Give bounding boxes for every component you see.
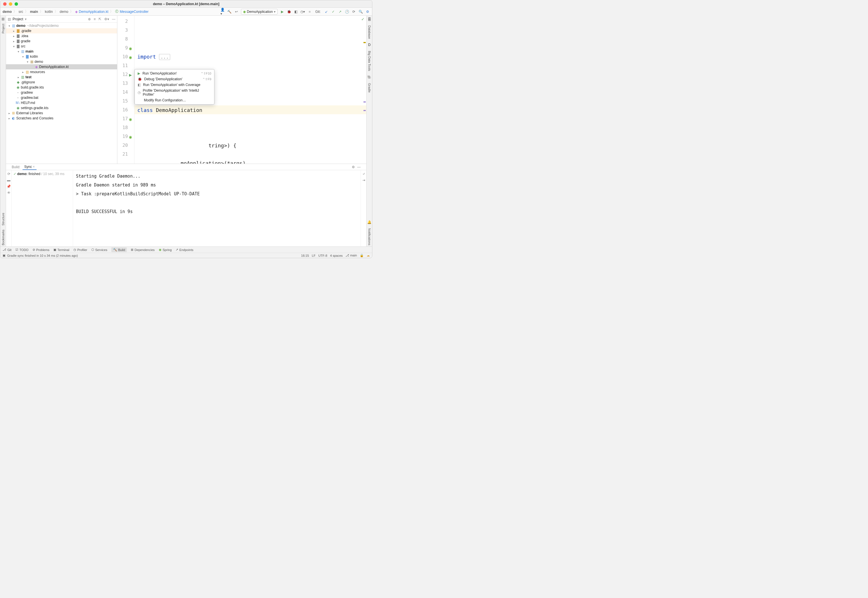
status-indent[interactable]: 4 spaces bbox=[330, 254, 343, 257]
spring-bean-icon[interactable]: ◉ bbox=[129, 46, 134, 50]
gutter-line[interactable]: 14 bbox=[117, 88, 134, 97]
spring-bean-icon[interactable]: ◉ bbox=[129, 117, 134, 121]
btab-dependencies[interactable]: ⊞Dependencies bbox=[131, 248, 154, 251]
status-branch[interactable]: ⎇ main bbox=[345, 254, 357, 257]
crumb-demo-pkg[interactable]: demo bbox=[60, 10, 68, 14]
scroll-end-icon[interactable]: ⇥ bbox=[362, 178, 365, 182]
gutter-line[interactable]: 10◉ bbox=[117, 52, 134, 61]
status-time[interactable]: 16:15 bbox=[301, 254, 309, 257]
settings-icon[interactable]: ⚙ bbox=[352, 165, 355, 169]
hide-icon[interactable]: — bbox=[357, 165, 361, 169]
soft-wrap-icon[interactable]: ⤶ bbox=[362, 172, 365, 176]
tree-gradle-dir[interactable]: ▸▇.gradle bbox=[6, 28, 117, 33]
menu-debug[interactable]: 🐞Debug 'DemoApplication'⌃⇧F9 bbox=[135, 76, 214, 82]
git-commit-icon[interactable]: ✓ bbox=[331, 9, 336, 14]
crumb-src[interactable]: src bbox=[19, 10, 23, 14]
right-rail-gradle[interactable]: Gradle bbox=[368, 82, 371, 94]
ide-settings-icon[interactable]: ⚙ bbox=[365, 9, 370, 14]
gutter-line[interactable]: 8 bbox=[117, 34, 134, 43]
crumb-main[interactable]: main bbox=[30, 10, 38, 14]
back-icon[interactable]: ↩ bbox=[234, 9, 239, 14]
gutter-line[interactable]: 13 bbox=[117, 79, 134, 88]
sync-status-icon[interactable]: ☁ bbox=[367, 254, 370, 257]
tree-gradle2[interactable]: ▸▇gradle bbox=[6, 39, 117, 44]
tree-gradlew[interactable]: ▫gradlew bbox=[6, 90, 117, 95]
menu-profile[interactable]: ◷Profile 'DemoApplication' with 'Intelli… bbox=[135, 88, 214, 97]
menu-run[interactable]: ▶Run 'DemoApplication'⌃⇧F10 bbox=[135, 70, 214, 76]
rerun-icon[interactable]: ⟳ bbox=[7, 172, 10, 176]
status-encoding[interactable]: UTF-8 bbox=[318, 254, 327, 257]
stop-icon[interactable]: ▬ bbox=[7, 178, 10, 182]
add-config-icon[interactable]: 👤▾ bbox=[220, 9, 225, 14]
stop-icon[interactable]: ■ bbox=[307, 9, 312, 14]
coverage-icon[interactable]: ◧ bbox=[294, 9, 298, 14]
status-tool-icon[interactable]: ▣ bbox=[3, 254, 5, 257]
dropdown-icon[interactable]: ▾ bbox=[25, 17, 27, 21]
build-tab-sync[interactable]: Sync× bbox=[22, 164, 37, 170]
profile-icon[interactable]: ◷▾ bbox=[300, 9, 305, 14]
gutter-line[interactable]: 18 bbox=[117, 123, 134, 132]
gutter-line[interactable]: 12▶ bbox=[117, 70, 134, 79]
build-output[interactable]: Starting Gradle Daemon... Gradle Daemon … bbox=[73, 170, 361, 247]
gutter-line[interactable]: 17◉ bbox=[117, 114, 134, 123]
pin-icon[interactable]: 📌 bbox=[7, 184, 11, 188]
tree-test[interactable]: ▸▥test bbox=[6, 75, 117, 80]
git-rollback-icon[interactable]: ⟳ bbox=[351, 9, 356, 14]
tree-settings-gradle[interactable]: ◉settings.gradle.kts bbox=[6, 105, 117, 111]
tree-resources[interactable]: ▸▥resources bbox=[6, 69, 117, 75]
debug-icon[interactable]: 🐞 bbox=[287, 9, 291, 14]
tree-src[interactable]: ▾▇src bbox=[6, 44, 117, 49]
tree-demo-pkg[interactable]: ▾▦demo bbox=[6, 59, 117, 64]
left-rail-structure[interactable]: Structure bbox=[1, 212, 5, 227]
locate-icon[interactable]: ⊕ bbox=[88, 17, 91, 21]
tree-main[interactable]: ▾▥main bbox=[6, 49, 117, 54]
left-rail-project[interactable]: Project bbox=[1, 22, 5, 34]
git-push-icon[interactable]: ↗ bbox=[338, 9, 342, 14]
menu-coverage[interactable]: ◧Run 'DemoApplication' with Coverage bbox=[135, 82, 214, 88]
crumb-class[interactable]: Ⓒ MessageController bbox=[115, 9, 148, 14]
run-icon[interactable]: ▶ bbox=[280, 9, 284, 14]
menu-modify[interactable]: Modify Run Configuration… bbox=[135, 97, 214, 103]
tree-gradlew-bat[interactable]: ▫gradlew.bat bbox=[6, 95, 117, 100]
gutter-line[interactable]: 21 bbox=[117, 150, 134, 158]
database-icon[interactable]: 🗄 bbox=[368, 17, 371, 21]
crumb-kotlin[interactable]: kotlin bbox=[45, 10, 53, 14]
notifications-icon[interactable]: 🔔 bbox=[367, 220, 372, 224]
gutter-line[interactable]: 2 bbox=[117, 17, 134, 26]
btab-git[interactable]: ⎇Git bbox=[3, 248, 11, 251]
tree-gitignore[interactable]: ◆.gitignore bbox=[6, 80, 117, 85]
view-icon[interactable]: 👁 bbox=[7, 191, 10, 195]
run-gutter-icon[interactable]: ◉ bbox=[129, 55, 134, 59]
run-gutter-icon[interactable]: ▶ bbox=[129, 72, 134, 77]
tree-ext-libs[interactable]: ▸⊞External Libraries bbox=[6, 111, 117, 116]
crumb-demo[interactable]: demo bbox=[3, 10, 12, 14]
project-tool-icon[interactable]: ▦ bbox=[1, 17, 4, 21]
lock-icon[interactable]: 🔒 bbox=[360, 254, 364, 257]
search-icon[interactable]: 🔍 bbox=[359, 9, 363, 14]
tree-root[interactable]: ▾▥demo~/IdeaProjects/demo bbox=[6, 23, 117, 28]
btab-spring[interactable]: ◉Spring bbox=[159, 248, 172, 251]
settings-icon[interactable]: ⚙▾ bbox=[104, 17, 109, 21]
build-tree[interactable]: ✓ demo: finished / 10 sec, 39 ms bbox=[12, 170, 73, 247]
tree-scratches[interactable]: ▸◐Scratches and Consoles bbox=[6, 116, 117, 121]
gutter-line[interactable]: 9◉ bbox=[117, 43, 134, 52]
crumb-file[interactable]: ◈ DemoApplication.kt bbox=[75, 10, 108, 14]
btab-terminal[interactable]: ▣Terminal bbox=[54, 248, 69, 251]
btab-services[interactable]: ⬡Services bbox=[91, 248, 108, 251]
gutter-line[interactable]: 20 bbox=[117, 141, 134, 150]
gutter-line[interactable]: 16 bbox=[117, 105, 134, 114]
close-tab-icon[interactable]: × bbox=[33, 165, 35, 169]
btab-endpoints[interactable]: ↗Endpoints bbox=[176, 248, 193, 251]
collapse-all-icon[interactable]: ⇱ bbox=[99, 17, 102, 21]
right-rail-bigdata[interactable]: Big Data Tools bbox=[368, 50, 371, 72]
btab-build[interactable]: 🔨Build bbox=[111, 247, 127, 252]
spring-bean-icon[interactable]: ◉ bbox=[129, 134, 134, 139]
right-rail-database[interactable]: Database bbox=[368, 24, 371, 40]
tree-demo-app-file[interactable]: ◈DemoApplication.kt bbox=[6, 64, 117, 69]
gradle-icon[interactable]: 🐘 bbox=[367, 75, 372, 79]
gutter-line[interactable]: 19◉ bbox=[117, 132, 134, 141]
gutter-line[interactable]: 3 bbox=[117, 26, 134, 34]
right-rail-notifications[interactable]: Notifications bbox=[368, 227, 371, 247]
hide-icon[interactable]: — bbox=[112, 17, 115, 21]
tree-idea-dir[interactable]: ▸▇.idea bbox=[6, 33, 117, 39]
